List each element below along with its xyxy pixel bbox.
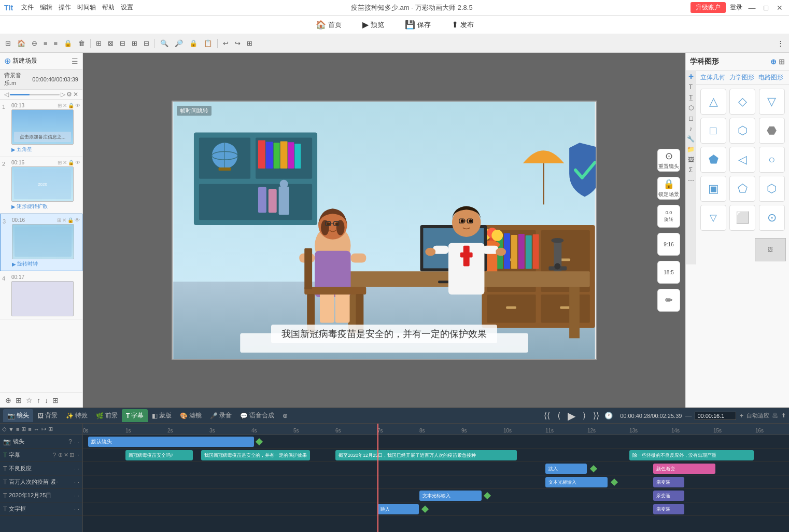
- tl-clip-caption1[interactable]: 新冠病毒疫苗安全吗?: [125, 450, 193, 460]
- tl-current-time-input[interactable]: [695, 412, 736, 420]
- tab-physics-shapes[interactable]: 力学图形: [729, 73, 754, 82]
- tl-tab-mask[interactable]: ◧ 蒙版: [148, 409, 176, 422]
- rs-t-icon[interactable]: T: [689, 83, 693, 91]
- tl-filter-grid-icon[interactable]: ⊞: [21, 426, 26, 432]
- tl-caption-dot-icon[interactable]: ·: [78, 452, 79, 458]
- rs-sigma-icon[interactable]: Σ: [689, 166, 693, 174]
- tl-filter-more-icon[interactable]: ⊞: [48, 426, 53, 432]
- et-align1-icon[interactable]: ≡: [41, 38, 50, 49]
- tl-filter-align-icon[interactable]: ≡: [28, 426, 31, 432]
- scene-del-icon-2[interactable]: ✕: [63, 160, 67, 165]
- tl-textbox-dot2[interactable]: ·: [78, 506, 79, 512]
- rotation-button[interactable]: 0.0 旋转: [657, 205, 680, 228]
- reset-camera-button[interactable]: ⊙ 重置镜头: [657, 149, 680, 172]
- tl-diamond-millions[interactable]: [611, 479, 618, 486]
- extra-ratio-button[interactable]: 18:5: [657, 261, 680, 284]
- tl-diamond-textbox[interactable]: [421, 506, 429, 513]
- rs-dots-icon[interactable]: ⋯: [688, 177, 694, 184]
- minimize-button[interactable]: —: [746, 4, 758, 12]
- et-zoom-in-icon[interactable]: 🔍: [158, 38, 171, 49]
- login-button[interactable]: 登录: [730, 3, 742, 12]
- close-button[interactable]: ✕: [774, 4, 785, 12]
- lock-scene-button[interactable]: 🔒 锁定场景: [657, 177, 680, 200]
- shape-triangle-inv[interactable]: ▽: [759, 89, 785, 115]
- tl-tab-effects[interactable]: ✨ 特效: [62, 409, 92, 422]
- tl-diamond-camera[interactable]: [256, 438, 263, 445]
- et-minus2-icon[interactable]: ⊟: [142, 38, 151, 49]
- tl-textbox-dot1[interactable]: ·: [74, 506, 76, 512]
- vol-settings-icon[interactable]: ⚙: [66, 91, 72, 98]
- scene-eye-icon-1[interactable]: 👁: [75, 103, 80, 108]
- tl-clip-dec-change[interactable]: 亲变逼: [653, 491, 684, 501]
- tl-tab-camera[interactable]: 📷 镜头: [3, 409, 33, 422]
- tab-circuit-shapes[interactable]: 电路图形: [758, 73, 783, 82]
- ratio-button[interactable]: 9:16: [657, 233, 680, 256]
- tl-prev-btn[interactable]: ⟨: [555, 410, 562, 422]
- et-align2-icon[interactable]: ≡: [52, 38, 60, 49]
- rs-cube2-icon[interactable]: ◻: [688, 115, 694, 122]
- scene-up-icon[interactable]: ↑: [36, 395, 41, 405]
- sort-icon[interactable]: ☰: [72, 57, 78, 65]
- scene-lock-icon-2[interactable]: 🔒: [68, 160, 74, 165]
- et-lock2-icon[interactable]: 🔒: [187, 38, 200, 49]
- menu-settings[interactable]: 设置: [121, 3, 133, 12]
- scene-item-3[interactable]: 3 00:16 ⊞ ✕ 🔒 👁: [0, 214, 82, 271]
- shape-diamond-3d[interactable]: ◇: [729, 89, 755, 115]
- et-extra-icon[interactable]: ⋮: [775, 38, 786, 49]
- tl-caption-add-icon[interactable]: ⊕: [58, 452, 63, 458]
- rs-cross-icon[interactable]: ✚: [688, 73, 694, 80]
- tl-clip-caption4[interactable]: 除一些轻微的不良反应外，没有出现严重: [629, 450, 754, 460]
- scene-eye-icon-2[interactable]: 👁: [75, 160, 80, 165]
- scene-expand-icon[interactable]: ⊞: [51, 395, 60, 405]
- scene-copy-icon-1[interactable]: ⊞: [58, 103, 62, 108]
- rs-folder-icon[interactable]: 📁: [687, 146, 695, 153]
- scene-grid-icon[interactable]: ⊞: [15, 395, 23, 405]
- rp-puzzle-icon[interactable]: ⊕: [770, 58, 777, 66]
- scene-del-icon-3[interactable]: ✕: [62, 217, 66, 223]
- tl-tab-filter[interactable]: 🎨 滤镜: [176, 409, 206, 422]
- rs-image-icon[interactable]: 🖼: [688, 156, 694, 163]
- home-button[interactable]: 🏠 首页: [312, 18, 346, 32]
- shape-pyramid[interactable]: ⬟: [700, 147, 726, 173]
- tl-clip-textbox-change[interactable]: 亲变逼: [653, 504, 684, 514]
- scene-lock-icon-1[interactable]: 🔒: [68, 103, 74, 108]
- playhead[interactable]: [377, 424, 378, 532]
- rs-tools-icon[interactable]: 🔧: [687, 135, 695, 143]
- menu-edit[interactable]: 编辑: [40, 3, 52, 12]
- et-minus-icon[interactable]: ⊟: [118, 38, 128, 49]
- tl-millions-dot2[interactable]: ·: [78, 479, 79, 485]
- scene-star-icon[interactable]: ☆: [25, 395, 34, 405]
- save-button[interactable]: 💾 保存: [401, 18, 435, 32]
- tl-clip-millions-change[interactable]: 亲变逼: [653, 477, 684, 487]
- shape-hex-3d[interactable]: ⬣: [759, 118, 785, 144]
- rp-grid-icon[interactable]: ⊞: [779, 58, 785, 66]
- shape-sphere[interactable]: ○: [759, 147, 785, 173]
- et-zoom-out2-icon[interactable]: 🔎: [173, 38, 185, 49]
- tl-filter-list-icon[interactable]: ≡: [16, 426, 19, 432]
- scene-copy-icon-2[interactable]: ⊞: [58, 160, 62, 165]
- tl-bad-dot2[interactable]: ·: [78, 466, 79, 472]
- scene-del-icon-1[interactable]: ✕: [63, 103, 67, 108]
- et-grid-icon[interactable]: ⊞: [94, 38, 104, 49]
- shape-torus[interactable]: ⊙: [759, 205, 785, 231]
- shape-pentaprism[interactable]: ⬠: [729, 176, 755, 202]
- tl-clip-bad-color[interactable]: 颜色渐变: [653, 464, 715, 474]
- collapse-handle[interactable]: ▼: [376, 359, 392, 360]
- scene-item-4[interactable]: 4 00:17: [0, 271, 82, 320]
- menu-file[interactable]: 文件: [21, 3, 34, 12]
- tl-clip-dec-input[interactable]: 文本光标输入: [419, 491, 482, 501]
- et-plus-icon[interactable]: ⊞: [130, 38, 139, 49]
- tl-diamond-bad[interactable]: [590, 465, 597, 472]
- et-grid2-icon[interactable]: ⊞: [245, 38, 255, 49]
- tl-next-frame-btn[interactable]: ⟩⟩: [591, 410, 601, 422]
- tl-tab-tts[interactable]: 💬 语音合成: [236, 409, 278, 422]
- scene-item-1[interactable]: 1 00:13 ⊞ ✕ 🔒 👁 点击添加备注信息之...: [0, 100, 82, 157]
- tl-clip-default-camera[interactable]: 默认镜头: [88, 437, 254, 447]
- tl-diamond-dec[interactable]: [484, 492, 491, 499]
- et-lock-icon[interactable]: 🔒: [62, 38, 74, 49]
- tl-camera-dot1[interactable]: ·: [74, 439, 76, 445]
- tl-dec-dot1[interactable]: ·: [74, 493, 76, 499]
- tl-tab-caption[interactable]: T 字幕: [122, 409, 148, 422]
- tl-caption-copy-icon[interactable]: ⊞: [69, 452, 74, 458]
- scene-lock-icon-3[interactable]: 🔒: [67, 217, 74, 223]
